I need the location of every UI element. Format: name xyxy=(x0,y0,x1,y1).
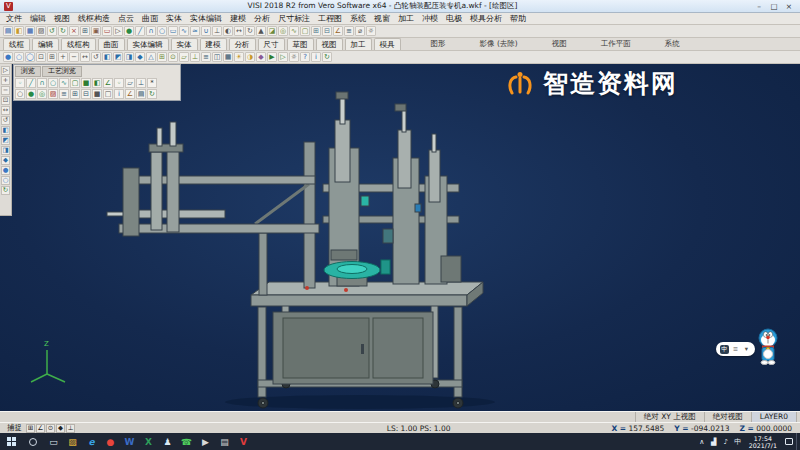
viewport-3d[interactable]: Z ▷+−⊡↔↺◧◩◨◆●○↻ 浏览工艺浏览 ◦╱∩○∿▢■◧∠◦▱⊥* ○●◎… xyxy=(0,64,800,411)
ribbon-tab[interactable]: 建模 xyxy=(200,38,227,50)
toolbar-icon[interactable]: ◩ xyxy=(113,52,123,62)
toolbar-icon[interactable]: ◪ xyxy=(267,26,277,36)
toolbar-icon[interactable]: ∪ xyxy=(201,26,211,36)
maximize-button[interactable]: □ xyxy=(767,1,781,12)
taskbar-app[interactable]: ▶ xyxy=(196,433,215,450)
toolbar-icon[interactable]: ≈ xyxy=(190,26,200,36)
toolbar-icon[interactable]: ▦ xyxy=(25,26,35,36)
palette-icon[interactable]: ◧ xyxy=(92,78,102,88)
tray-icon[interactable]: ♪ xyxy=(720,438,732,446)
start-button[interactable] xyxy=(0,433,22,450)
toolbar-icon[interactable]: ⊥ xyxy=(212,26,222,36)
toolbar-icon[interactable]: ↻ xyxy=(245,26,255,36)
toolbar-icon[interactable]: ↔ xyxy=(80,52,90,62)
view-tool-icon[interactable]: ◆ xyxy=(1,156,10,165)
toolbar-icon[interactable]: ⊙ xyxy=(168,52,178,62)
toolbar-icon[interactable]: △ xyxy=(146,52,156,62)
snap-toggle[interactable]: ⊞ xyxy=(26,424,35,433)
palette-icon[interactable]: ● xyxy=(26,89,36,99)
toolbar-icon[interactable]: ▦ xyxy=(223,52,233,62)
palette-icon[interactable]: ∩ xyxy=(37,78,47,88)
menu-item[interactable]: 线框构造 xyxy=(74,13,114,24)
toolbar-icon[interactable]: ▨ xyxy=(36,26,46,36)
taskbar-app[interactable]: e xyxy=(82,433,101,450)
menu-item[interactable]: 视窗 xyxy=(370,13,394,24)
close-button[interactable]: × xyxy=(782,1,796,12)
palette-icon[interactable]: ◦ xyxy=(114,78,124,88)
palette-icon[interactable]: i xyxy=(114,89,124,99)
view-tool-icon[interactable]: ↻ xyxy=(1,186,10,195)
toolbar-icon[interactable]: ● xyxy=(124,26,134,36)
toolbar-icon[interactable]: ∿ xyxy=(289,26,299,36)
view-tool-icon[interactable]: ◨ xyxy=(1,146,10,155)
menu-item[interactable]: 编辑 xyxy=(26,13,50,24)
toolbar-icon[interactable]: ▣ xyxy=(91,26,101,36)
toolbar-icon[interactable]: ▭ xyxy=(168,26,178,36)
toolbar-icon[interactable]: ▶ xyxy=(267,52,277,62)
palette-icon[interactable]: ◦ xyxy=(15,78,25,88)
toolbar-icon[interactable]: ○ xyxy=(157,26,167,36)
action-center-button[interactable] xyxy=(782,433,796,450)
toolbar-icon[interactable]: ▭ xyxy=(102,26,112,36)
menu-item[interactable]: 帮助 xyxy=(506,13,530,24)
taskbar-app[interactable]: ▭ xyxy=(44,433,63,450)
palette-icon[interactable]: ■ xyxy=(81,78,91,88)
palette-tab[interactable]: 工艺浏览 xyxy=(42,66,82,77)
palette-icon[interactable]: ■ xyxy=(92,89,102,99)
ribbon-tab[interactable]: 编辑 xyxy=(32,38,59,50)
toolbar-icon[interactable]: ▱ xyxy=(179,52,189,62)
toolbar-icon[interactable]: ◫ xyxy=(212,52,222,62)
toolbar-icon[interactable]: ⌀ xyxy=(355,26,365,36)
toolbar-icon[interactable]: ⊞ xyxy=(80,26,90,36)
toolbar-icon[interactable]: ▤ xyxy=(3,26,13,36)
palette-tab[interactable]: 浏览 xyxy=(15,66,41,77)
menu-item[interactable]: 文件 xyxy=(2,13,26,24)
tray-icon[interactable]: ▟ xyxy=(708,438,720,446)
workplane-indicator[interactable]: 绝对 XY 上视图 xyxy=(635,412,704,422)
ribbon-tab[interactable]: 加工 xyxy=(345,38,372,50)
toolbar-icon[interactable]: ◧ xyxy=(102,52,112,62)
palette-icon[interactable]: * xyxy=(147,78,157,88)
menu-item[interactable]: 点云 xyxy=(114,13,138,24)
menu-item[interactable]: 系统 xyxy=(346,13,370,24)
toolbar-icon[interactable]: ◨ xyxy=(124,52,134,62)
toolbar-icon[interactable]: ◐ xyxy=(223,26,233,36)
ribbon-tab[interactable]: 曲面 xyxy=(98,38,125,50)
toolbar-icon[interactable]: ◧ xyxy=(14,26,24,36)
palette-icon[interactable]: ▨ xyxy=(48,89,58,99)
toolbar-icon[interactable]: ⊥ xyxy=(190,52,200,62)
taskbar-app[interactable]: ♟ xyxy=(158,433,177,450)
toolbar-icon[interactable]: ≡ xyxy=(344,26,354,36)
layer-indicator[interactable]: LAYER0 xyxy=(751,412,797,422)
palette-icon[interactable]: ⊞ xyxy=(70,89,80,99)
taskbar-app[interactable]: ● xyxy=(101,433,120,450)
palette-icon[interactable]: ≡ xyxy=(59,89,69,99)
palette-icon[interactable]: ▢ xyxy=(70,78,80,88)
toolbar-icon[interactable]: ↻ xyxy=(58,26,68,36)
menu-item[interactable]: 建模 xyxy=(226,13,250,24)
view-tool-icon[interactable]: ◧ xyxy=(1,126,10,135)
ime-button[interactable]: 中 xyxy=(720,345,729,354)
tray-icon[interactable]: 中 xyxy=(732,437,744,447)
palette-icon[interactable]: ↻ xyxy=(147,89,157,99)
toolbar-icon[interactable]: ↔ xyxy=(234,26,244,36)
menu-item[interactable]: 模具分析 xyxy=(466,13,506,24)
palette-icon[interactable]: ○ xyxy=(48,78,58,88)
toolbar-icon[interactable]: ∩ xyxy=(146,26,156,36)
toolbar-icon[interactable]: ⊟ xyxy=(322,26,332,36)
toolbar-icon[interactable]: ⊡ xyxy=(36,52,46,62)
toolbar-icon[interactable]: ☀ xyxy=(234,52,244,62)
ribbon-tab[interactable]: 实体编辑 xyxy=(127,38,169,50)
toolbar-icon[interactable]: ◑ xyxy=(245,52,255,62)
toolbar-icon[interactable]: ○ xyxy=(14,52,24,62)
taskbar-app[interactable]: ☎ xyxy=(177,433,196,450)
taskbar-app[interactable]: W xyxy=(120,433,139,450)
palette-icon[interactable]: ▤ xyxy=(136,89,146,99)
toolbar-icon[interactable]: ◆ xyxy=(256,52,266,62)
toolbar-icon[interactable]: ● xyxy=(3,52,13,62)
palette-icon[interactable]: ○ xyxy=(15,89,25,99)
view-tool-icon[interactable]: ▷ xyxy=(1,66,10,75)
palette-icon[interactable]: ∠ xyxy=(125,89,135,99)
view-tool-icon[interactable]: ◩ xyxy=(1,136,10,145)
toolbar-icon[interactable]: ☼ xyxy=(289,52,299,62)
